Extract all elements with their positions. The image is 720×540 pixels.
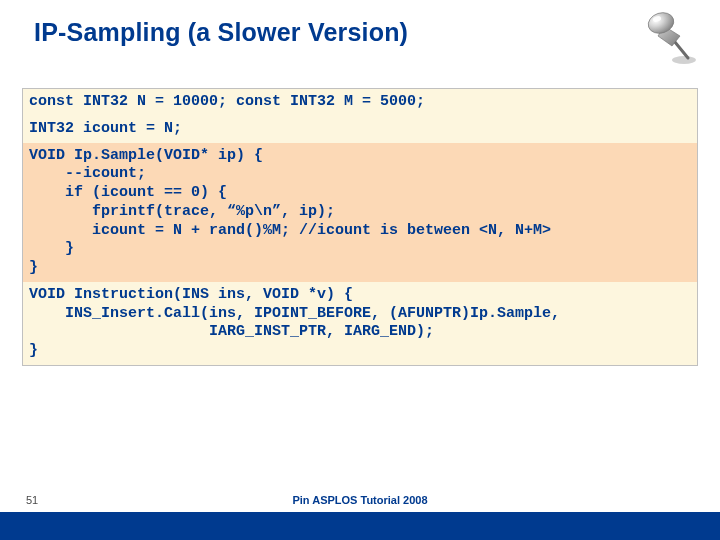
- footer-bar: [0, 512, 720, 540]
- footer-text: Pin ASPLOS Tutorial 2008: [0, 494, 720, 506]
- svg-point-0: [672, 56, 696, 64]
- code-instruction: VOID Instruction(INS ins, VOID *v) { INS…: [22, 282, 698, 366]
- code-area: const INT32 N = 10000; const INT32 M = 5…: [22, 88, 698, 366]
- slide: IP-Sampling (a Slower Version) cons: [0, 0, 720, 540]
- slide-title: IP-Sampling (a Slower Version): [34, 18, 408, 47]
- code-decl-2: INT32 icount = N;: [22, 116, 698, 143]
- code-ipsample: VOID Ip.Sample(VOID* ip) { --icount; if …: [22, 143, 698, 282]
- code-decl-1: const INT32 N = 10000; const INT32 M = 5…: [22, 88, 698, 116]
- pushpin-icon: [640, 6, 704, 70]
